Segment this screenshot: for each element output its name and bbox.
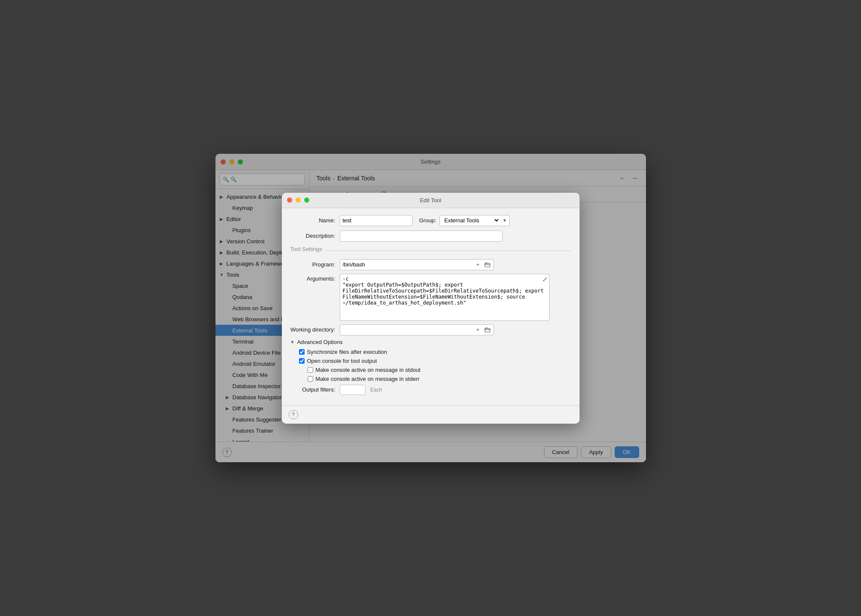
program-label: Program: <box>290 261 340 268</box>
workdir-browse-button[interactable] <box>483 326 492 334</box>
arguments-textarea[interactable] <box>340 274 549 320</box>
working-dir-input-wrapper: + <box>340 324 494 335</box>
modal-overlay: Edit Tool Name: Group: External Tools <box>215 154 646 462</box>
make-console2-row: Make console active on message in stderr <box>308 376 571 382</box>
advanced-arrow-icon: ▼ <box>290 340 295 344</box>
program-buttons: + <box>472 260 493 269</box>
dialog-help-button[interactable]: ? <box>289 410 298 419</box>
make-console1-checkbox[interactable] <box>308 367 313 373</box>
program-add-var-button[interactable]: + <box>474 260 482 269</box>
group-wrapper: Group: External Tools ▼ <box>419 215 510 226</box>
expand-button[interactable]: ⤢ <box>542 276 547 283</box>
dialog-close-button[interactable] <box>287 197 292 203</box>
program-input[interactable] <box>340 261 472 268</box>
tool-settings-section: Tool Settings <box>290 246 571 256</box>
working-dir-row: Working directory: + <box>290 324 571 335</box>
description-row: Description: <box>290 230 571 242</box>
each-text: Each <box>371 387 382 393</box>
advanced-options-header[interactable]: ▼ Advanced Options <box>290 339 571 345</box>
make-console1-row: Make console active on message in stdout <box>308 367 571 373</box>
dialog-title-bar: Edit Tool <box>282 193 580 208</box>
group-label: Group: <box>419 217 436 224</box>
svg-rect-3 <box>485 329 490 332</box>
edit-tool-dialog: Edit Tool Name: Group: External Tools <box>282 193 580 424</box>
description-input[interactable] <box>340 230 502 242</box>
program-row: Program: + <box>290 259 571 270</box>
dialog-body: Name: Group: External Tools ▼ D <box>282 208 580 405</box>
program-browse-button[interactable] <box>483 260 492 269</box>
make-console2-checkbox[interactable] <box>308 376 313 382</box>
svg-rect-2 <box>485 263 490 267</box>
dropdown-arrow-icon: ▼ <box>500 218 509 223</box>
dialog-footer: ? <box>282 405 580 424</box>
settings-window: Settings 🔍 ▶ Appearance & Behavior Keyma… <box>215 154 646 462</box>
name-group-row: Name: Group: External Tools ▼ <box>290 215 571 226</box>
open-console-row: Open console for tool output <box>299 358 571 364</box>
dialog-title: Edit Tool <box>420 197 441 203</box>
workdir-add-var-button[interactable]: + <box>474 326 482 334</box>
output-filters-input[interactable] <box>340 385 365 395</box>
tool-settings-title: Tool Settings <box>290 246 322 252</box>
group-select-wrapper[interactable]: External Tools ▼ <box>439 215 510 226</box>
sync-files-row: Synchronize files after execution <box>299 349 571 355</box>
dialog-window-controls <box>287 197 309 203</box>
working-dir-buttons: + <box>472 326 493 334</box>
output-filters-label: Output filters: <box>290 386 340 393</box>
arguments-row: Arguments: ⤢ <box>290 274 571 321</box>
description-label: Description: <box>290 233 340 239</box>
open-console-label: Open console for tool output <box>307 358 377 364</box>
advanced-options-section: ▼ Advanced Options Synchronize files aft… <box>290 339 571 382</box>
make-console2-label: Make console active on message in stderr <box>316 376 420 382</box>
name-label: Name: <box>290 217 340 224</box>
args-textarea-wrapper: ⤢ <box>340 274 550 321</box>
dialog-min-button[interactable] <box>296 197 301 203</box>
name-input[interactable] <box>340 215 413 226</box>
working-dir-label: Working directory: <box>290 326 340 333</box>
arguments-label: Arguments: <box>290 274 340 282</box>
make-console1-label: Make console active on message in stdout <box>316 367 421 373</box>
working-dir-input[interactable] <box>340 326 472 333</box>
advanced-options-title: Advanced Options <box>297 339 342 345</box>
program-input-wrapper: + <box>340 259 494 270</box>
dialog-max-button[interactable] <box>304 197 309 203</box>
sync-files-checkbox[interactable] <box>299 349 305 355</box>
sync-files-label: Synchronize files after execution <box>307 349 387 355</box>
output-filters-row: Output filters: Each <box>290 385 571 395</box>
open-console-checkbox[interactable] <box>299 358 305 364</box>
group-select[interactable]: External Tools <box>440 217 500 224</box>
section-header-line: Tool Settings <box>290 246 571 256</box>
